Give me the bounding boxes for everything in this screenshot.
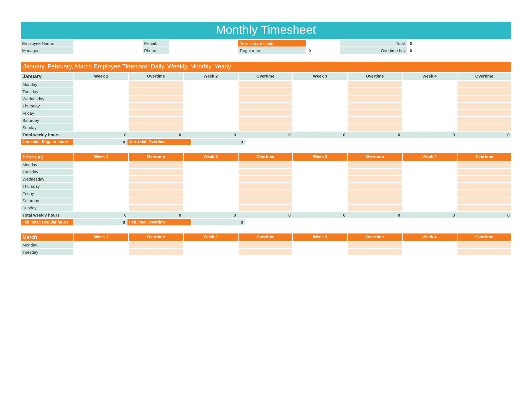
hours-cell[interactable] bbox=[184, 169, 238, 175]
hours-cell[interactable] bbox=[74, 249, 128, 255]
hours-cell[interactable] bbox=[348, 176, 402, 182]
hours-cell[interactable] bbox=[348, 96, 402, 102]
hours-cell[interactable] bbox=[348, 183, 402, 189]
hours-cell[interactable] bbox=[239, 197, 293, 204]
hours-cell[interactable] bbox=[403, 110, 457, 116]
hours-cell[interactable] bbox=[457, 249, 511, 255]
hours-cell[interactable] bbox=[129, 124, 183, 131]
hours-cell[interactable] bbox=[348, 88, 402, 95]
hours-cell[interactable] bbox=[184, 183, 238, 189]
hours-cell[interactable] bbox=[129, 161, 183, 168]
hours-cell[interactable] bbox=[239, 176, 293, 182]
hours-cell[interactable] bbox=[457, 197, 511, 204]
hours-cell[interactable] bbox=[457, 81, 511, 88]
hours-cell[interactable] bbox=[403, 242, 457, 248]
hours-cell[interactable] bbox=[129, 81, 183, 88]
hours-cell[interactable] bbox=[293, 249, 347, 255]
hours-cell[interactable] bbox=[293, 169, 347, 175]
hours-cell[interactable] bbox=[74, 96, 128, 102]
hours-cell[interactable] bbox=[293, 88, 347, 95]
hours-cell[interactable] bbox=[457, 176, 511, 182]
hours-cell[interactable] bbox=[74, 197, 128, 204]
hours-cell[interactable] bbox=[293, 96, 347, 102]
hours-cell[interactable] bbox=[129, 183, 183, 189]
hours-cell[interactable] bbox=[129, 249, 183, 255]
hours-cell[interactable] bbox=[184, 242, 238, 248]
hours-cell[interactable] bbox=[239, 88, 293, 95]
hours-cell[interactable] bbox=[293, 124, 347, 131]
hours-cell[interactable] bbox=[239, 190, 293, 197]
hours-cell[interactable] bbox=[184, 124, 238, 131]
hours-cell[interactable] bbox=[239, 205, 293, 211]
hours-cell[interactable] bbox=[239, 81, 293, 88]
hours-cell[interactable] bbox=[184, 161, 238, 168]
hours-cell[interactable] bbox=[74, 190, 128, 197]
hours-cell[interactable] bbox=[457, 161, 511, 168]
hours-cell[interactable] bbox=[403, 249, 457, 255]
hours-cell[interactable] bbox=[184, 197, 238, 204]
hours-cell[interactable] bbox=[293, 176, 347, 182]
hours-cell[interactable] bbox=[293, 81, 347, 88]
hours-cell[interactable] bbox=[129, 110, 183, 116]
hours-cell[interactable] bbox=[403, 124, 457, 131]
hours-cell[interactable] bbox=[74, 169, 128, 175]
hours-cell[interactable] bbox=[239, 249, 293, 255]
hours-cell[interactable] bbox=[403, 176, 457, 182]
hours-cell[interactable] bbox=[457, 88, 511, 95]
hours-cell[interactable] bbox=[348, 81, 402, 88]
hours-cell[interactable] bbox=[348, 190, 402, 197]
hours-cell[interactable] bbox=[184, 110, 238, 116]
hours-cell[interactable] bbox=[457, 169, 511, 175]
hours-cell[interactable] bbox=[293, 205, 347, 211]
hours-cell[interactable] bbox=[348, 161, 402, 168]
hours-cell[interactable] bbox=[457, 117, 511, 124]
hours-cell[interactable] bbox=[74, 124, 128, 131]
hours-cell[interactable] bbox=[403, 197, 457, 204]
hours-cell[interactable] bbox=[129, 103, 183, 109]
hours-cell[interactable] bbox=[184, 117, 238, 124]
hours-cell[interactable] bbox=[239, 103, 293, 109]
manager-field[interactable] bbox=[74, 47, 142, 54]
hours-cell[interactable] bbox=[74, 161, 128, 168]
hours-cell[interactable] bbox=[293, 110, 347, 116]
hours-cell[interactable] bbox=[293, 183, 347, 189]
hours-cell[interactable] bbox=[129, 96, 183, 102]
hours-cell[interactable] bbox=[184, 190, 238, 197]
hours-cell[interactable] bbox=[184, 103, 238, 109]
hours-cell[interactable] bbox=[348, 117, 402, 124]
hours-cell[interactable] bbox=[403, 205, 457, 211]
hours-cell[interactable] bbox=[403, 169, 457, 175]
hours-cell[interactable] bbox=[293, 117, 347, 124]
hours-cell[interactable] bbox=[184, 205, 238, 211]
hours-cell[interactable] bbox=[239, 161, 293, 168]
hours-cell[interactable] bbox=[184, 96, 238, 102]
hours-cell[interactable] bbox=[457, 103, 511, 109]
hours-cell[interactable] bbox=[239, 117, 293, 124]
hours-cell[interactable] bbox=[74, 176, 128, 182]
hours-cell[interactable] bbox=[129, 242, 183, 248]
phone-field[interactable] bbox=[170, 47, 237, 54]
hours-cell[interactable] bbox=[403, 117, 457, 124]
hours-cell[interactable] bbox=[184, 88, 238, 95]
hours-cell[interactable] bbox=[403, 103, 457, 109]
employee-name-field[interactable] bbox=[74, 40, 142, 47]
hours-cell[interactable] bbox=[457, 242, 511, 248]
hours-cell[interactable] bbox=[129, 205, 183, 211]
hours-cell[interactable] bbox=[403, 81, 457, 88]
hours-cell[interactable] bbox=[239, 242, 293, 248]
hours-cell[interactable] bbox=[239, 110, 293, 116]
hours-cell[interactable] bbox=[293, 242, 347, 248]
hours-cell[interactable] bbox=[457, 205, 511, 211]
hours-cell[interactable] bbox=[293, 161, 347, 168]
hours-cell[interactable] bbox=[403, 96, 457, 102]
hours-cell[interactable] bbox=[74, 242, 128, 248]
hours-cell[interactable] bbox=[403, 88, 457, 95]
hours-cell[interactable] bbox=[293, 197, 347, 204]
hours-cell[interactable] bbox=[457, 110, 511, 116]
hours-cell[interactable] bbox=[74, 110, 128, 116]
hours-cell[interactable] bbox=[348, 124, 402, 131]
hours-cell[interactable] bbox=[293, 190, 347, 197]
hours-cell[interactable] bbox=[348, 110, 402, 116]
hours-cell[interactable] bbox=[184, 176, 238, 182]
hours-cell[interactable] bbox=[348, 205, 402, 211]
